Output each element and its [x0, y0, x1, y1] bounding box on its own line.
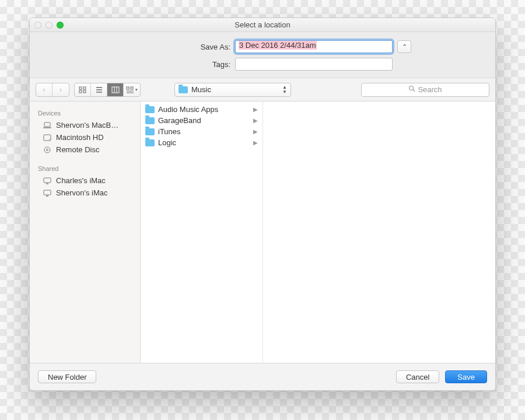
save-dialog: Select a location Save As: 3 Dec 2016 2/…	[29, 18, 496, 391]
location-popup[interactable]: Music ▲▼	[174, 83, 291, 97]
folder-icon	[145, 128, 155, 135]
sidebar-header-shared: Shared	[30, 162, 140, 174]
footer: New Folder Cancel Save	[30, 363, 495, 390]
nav-segment: ‹ ›	[36, 83, 69, 97]
svg-rect-3	[83, 90, 86, 93]
browser-column: Audio Music Apps ▶ GarageBand ▶ iTunes ▶…	[141, 102, 263, 363]
view-segment: ▾	[74, 83, 141, 97]
gallery-icon	[126, 86, 134, 93]
list-view-button[interactable]	[91, 83, 107, 96]
sidebar-item[interactable]: Shervon's iMac	[30, 187, 140, 199]
header-form: Save As: 3 Dec 2016 2/44/31am ⌃ Tags:	[30, 32, 495, 78]
column-view-button[interactable]	[107, 83, 124, 96]
search-icon	[408, 85, 415, 94]
sidebar-item-label: Macintosh HD	[56, 133, 104, 142]
search-input[interactable]: Search	[361, 83, 489, 97]
chevron-right-icon: ›	[60, 85, 62, 94]
hdd-icon	[43, 134, 52, 142]
collapse-button[interactable]: ⌃	[397, 40, 411, 53]
coverflow-view-button[interactable]: ▾	[124, 83, 140, 96]
chevron-up-icon: ⌃	[402, 43, 407, 51]
nav-back-button[interactable]: ‹	[36, 83, 52, 96]
svg-rect-1	[83, 87, 86, 89]
tags-label: Tags:	[114, 60, 230, 69]
svg-line-15	[413, 90, 415, 92]
window-title: Select a location	[30, 20, 495, 29]
chevron-down-icon: ▾	[135, 88, 138, 92]
svg-rect-2	[79, 90, 82, 93]
sidebar-item[interactable]: Remote Disc	[30, 144, 140, 156]
new-folder-button[interactable]: New Folder	[38, 370, 96, 383]
chevron-right-icon: ▶	[253, 128, 258, 135]
sidebar: Devices Shervon's MacB… Macintosh HD Rem…	[30, 102, 141, 363]
folder-icon	[145, 139, 155, 146]
save-as-input[interactable]: 3 Dec 2016 2/44/31am	[235, 40, 393, 53]
folder-icon	[145, 117, 155, 124]
sidebar-item-label: Shervon's MacB…	[56, 121, 118, 130]
zoom-icon[interactable]	[57, 22, 64, 29]
folder-icon	[178, 86, 188, 93]
folder-item[interactable]: Logic ▶	[141, 137, 262, 148]
tags-input[interactable]	[235, 58, 393, 71]
minimize-icon[interactable]	[46, 22, 52, 29]
svg-point-14	[410, 86, 414, 90]
svg-point-20	[44, 147, 50, 153]
folder-icon	[145, 106, 155, 113]
chevron-left-icon: ‹	[43, 85, 45, 94]
sidebar-item[interactable]: Charles's iMac	[30, 174, 140, 187]
icon-view-button[interactable]	[75, 83, 91, 96]
folder-item[interactable]: Audio Music Apps ▶	[141, 104, 262, 115]
disc-icon	[43, 146, 52, 154]
sidebar-item-label: Remote Disc	[56, 145, 99, 154]
folder-label: Logic	[158, 138, 176, 147]
folder-label: GarageBand	[158, 116, 201, 125]
folder-item[interactable]: iTunes ▶	[141, 126, 262, 137]
titlebar: Select a location	[30, 18, 495, 32]
save-button[interactable]: Save	[445, 370, 487, 383]
svg-rect-10	[127, 87, 129, 89]
svg-rect-11	[131, 87, 133, 89]
svg-point-19	[49, 139, 50, 140]
sidebar-item[interactable]: Shervon's MacB…	[30, 119, 140, 131]
grid-icon	[79, 86, 87, 93]
cancel-button[interactable]: Cancel	[396, 370, 439, 383]
save-as-value: 3 Dec 2016 2/44/31am	[239, 41, 317, 50]
svg-rect-22	[44, 178, 51, 183]
columns-icon	[111, 86, 120, 93]
browser-column-empty	[263, 102, 495, 363]
desktop-icon	[43, 189, 52, 197]
sidebar-item-label: Charles's iMac	[56, 176, 106, 185]
location-label: Music	[191, 85, 211, 94]
chevron-right-icon: ▶	[253, 139, 258, 146]
list-icon	[95, 86, 103, 93]
svg-rect-24	[44, 190, 51, 195]
sidebar-item[interactable]: Macintosh HD	[30, 131, 140, 144]
chevron-right-icon: ▶	[253, 117, 258, 124]
laptop-icon	[43, 121, 52, 130]
chevron-right-icon: ▶	[253, 106, 258, 113]
desktop-icon	[43, 177, 52, 185]
sidebar-item-label: Shervon's iMac	[56, 188, 107, 197]
folder-item[interactable]: GarageBand ▶	[141, 115, 262, 126]
save-as-label: Save As:	[114, 43, 230, 51]
updown-icon: ▲▼	[282, 85, 287, 94]
svg-rect-16	[44, 123, 50, 127]
svg-rect-7	[112, 87, 119, 93]
svg-rect-0	[79, 87, 82, 89]
file-browser: Devices Shervon's MacB… Macintosh HD Rem…	[30, 102, 495, 363]
close-icon[interactable]	[34, 22, 41, 29]
sidebar-header-devices: Devices	[30, 106, 140, 119]
nav-forward-button[interactable]: ›	[52, 83, 69, 96]
folder-label: iTunes	[158, 127, 181, 136]
search-placeholder: Search	[418, 85, 442, 94]
folder-label: Audio Music Apps	[158, 105, 218, 114]
svg-point-21	[47, 149, 48, 150]
toolbar: ‹ ›	[30, 78, 495, 102]
